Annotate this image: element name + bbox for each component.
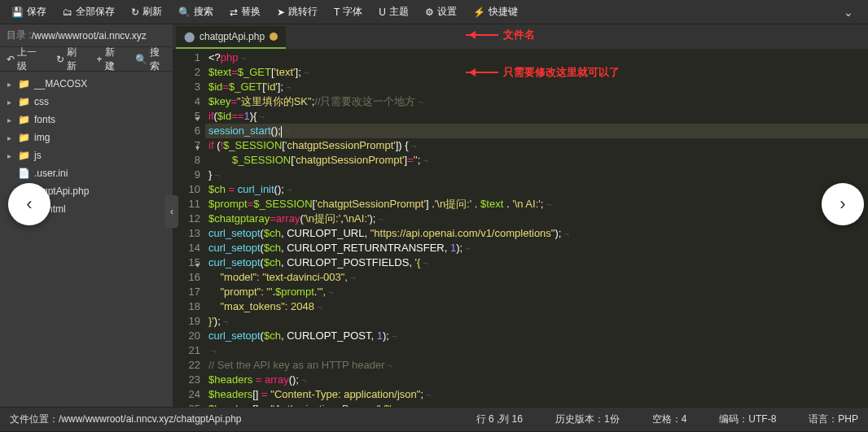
font-icon: T — [334, 7, 340, 18]
code-line[interactable]: session_start(); ¬ — [205, 124, 868, 138]
status-language[interactable]: 语言：PHP — [809, 412, 858, 426]
shortcut-button[interactable]: ⚡快捷键 — [465, 0, 526, 24]
save-all-label: 全部保存 — [76, 5, 115, 19]
fold-icon[interactable]: ▾ — [195, 258, 199, 273]
code-line[interactable]: ¬ — [205, 343, 868, 358]
tree-item-label: __MACOSX — [34, 78, 87, 89]
code-line[interactable]: "model": "text-davinci-003", ¬ — [205, 270, 868, 285]
fold-icon[interactable]: ▾ — [195, 111, 199, 126]
sidebar-search-button[interactable]: 🔍搜索 — [129, 47, 173, 72]
code-line[interactable]: $id=$_GET['id']; ¬ — [205, 80, 868, 94]
status-encoding[interactable]: 编码：UTF-8 — [719, 412, 776, 426]
goto-label: 跳转行 — [288, 5, 318, 19]
top-toolbar: 💾保存 🗂全部保存 ↻刷新 🔍搜索 ⇄替换 ➤跳转行 T字体 U主题 ⚙设置 ⚡… — [0, 0, 868, 24]
collapse-toolbar-button[interactable]: ⌄ — [832, 6, 865, 19]
modified-indicator-icon — [270, 33, 278, 41]
caret-icon: ▸ — [5, 98, 13, 107]
folder-icon: 📁 — [18, 150, 29, 161]
code-line[interactable]: "prompt": "'.$prompt.'", ¬ — [205, 285, 868, 299]
replace-icon: ⇄ — [230, 7, 238, 18]
status-cursor-pos[interactable]: 行 6 ,列 16 — [476, 412, 523, 426]
tree-item-label: .user.ini — [34, 168, 68, 179]
line-gutter: 1 2 3 4 5 6 7 8 9 10 11 12 13 14 15 16 1… — [173, 49, 205, 407]
sidebar-refresh-button[interactable]: ↻刷新 — [50, 47, 90, 72]
code-line[interactable]: ▾if (!$_SESSION['chatgptSessionPrompt'])… — [205, 138, 868, 153]
caret-icon: ▸ — [5, 116, 13, 124]
search-label: 搜索 — [194, 5, 213, 19]
code-line[interactable]: $ch = curl_init(); ¬ — [205, 182, 868, 197]
goto-button[interactable]: ➤跳转行 — [269, 0, 326, 24]
code-line[interactable]: // Set the API key as an HTTP header ¬ — [205, 358, 868, 373]
search-button[interactable]: 🔍搜索 — [170, 0, 221, 24]
refresh-button[interactable]: ↻刷新 — [123, 0, 170, 24]
new-label: 新建 — [105, 46, 122, 73]
breadcrumb-path[interactable]: /www/wwwroot/ai.nncv.xyz — [32, 30, 147, 41]
folder-item[interactable]: ▸📁css — [0, 93, 173, 111]
code-line[interactable]: ▾curl_setopt($ch, CURLOPT_POSTFIELDS, '{… — [205, 255, 868, 270]
sidebar-search-label: 搜索 — [150, 46, 166, 73]
caret-icon: ▸ — [5, 80, 13, 89]
shortcut-label: 快捷键 — [489, 5, 518, 19]
status-indent[interactable]: 空格：4 — [652, 412, 687, 426]
panel-toggle-button[interactable]: ‹ — [165, 195, 178, 228]
status-history[interactable]: 历史版本：1份 — [555, 412, 620, 426]
prev-image-button[interactable]: ‹ — [8, 183, 50, 225]
code-area[interactable]: 1 2 3 4 5 6 7 8 9 10 11 12 13 14 15 16 1… — [173, 49, 868, 407]
folder-item[interactable]: ▸📁img — [0, 129, 173, 146]
code-line[interactable]: $headers[] = "Authorization: Bearer ".$k… — [205, 402, 868, 407]
code-line[interactable]: $chatgptaray=array('\n提问:','\nAI:'); ¬ — [205, 212, 868, 226]
code-line[interactable]: $prompt=$_SESSION['chatgptSessionPrompt'… — [205, 197, 868, 212]
up-level-button[interactable]: ↶上一级 — [0, 47, 50, 72]
code-line[interactable]: $headers = array(); ¬ — [205, 373, 868, 387]
theme-label: 主题 — [389, 5, 409, 19]
code-line[interactable]: ▾if($id==1){ ¬ — [205, 109, 868, 124]
code-line[interactable]: $key="这里填你的SK";//只需要改这一个地方 ¬ — [205, 94, 868, 109]
status-bar: 文件位置：/www/wwwroot/ai.nncv.xyz/chatgptApi… — [0, 407, 868, 431]
theme-icon: U — [379, 7, 386, 18]
new-button[interactable]: +新建 — [90, 47, 129, 72]
tree-item-label: fonts — [34, 114, 55, 125]
code-content[interactable]: <?php ¬$text=$_GET['text']; ¬$id=$_GET['… — [205, 49, 868, 407]
code-line[interactable]: curl_setopt($ch, CURLOPT_POST, 1); ¬ — [205, 329, 868, 343]
save-all-icon: 🗂 — [63, 7, 72, 18]
save-icon: 💾 — [11, 7, 24, 18]
up-label: 上一级 — [17, 46, 43, 73]
replace-button[interactable]: ⇄替换 — [221, 0, 269, 24]
save-label: 保存 — [27, 5, 46, 19]
font-button[interactable]: T字体 — [326, 0, 370, 24]
tab-label: chatgptApi.php — [199, 31, 265, 42]
goto-icon: ➤ — [277, 7, 285, 18]
folder-item[interactable]: ▸📁__MACOSX — [0, 75, 173, 93]
code-line[interactable]: <?php ¬ — [205, 50, 868, 65]
code-line[interactable]: curl_setopt($ch, CURLOPT_URL, "https://a… — [205, 226, 868, 241]
file-item[interactable]: 📄.user.ini — [0, 164, 173, 182]
arrow-left-icon — [466, 72, 498, 73]
code-line[interactable]: } ¬ — [205, 168, 868, 182]
code-line[interactable]: "max_tokens": 2048 ¬ — [205, 299, 868, 314]
settings-button[interactable]: ⚙设置 — [417, 0, 465, 24]
php-file-icon: ⬤ — [184, 31, 195, 42]
save-all-button[interactable]: 🗂全部保存 — [55, 0, 123, 24]
code-line[interactable]: }'); ¬ — [205, 314, 868, 329]
tab-chatgptapi[interactable]: ⬤ chatgptApi.php — [176, 26, 286, 49]
folder-item[interactable]: ▸📁fonts — [0, 111, 173, 129]
folder-item[interactable]: ▸📁js — [0, 146, 173, 164]
save-button[interactable]: 💾保存 — [3, 0, 55, 24]
code-line[interactable]: $_SESSION['chatgptSessionPrompt']=''; ¬ — [205, 153, 868, 168]
refresh-label: 刷新 — [142, 5, 162, 19]
plus-icon: + — [97, 54, 103, 65]
sidebar-refresh-label: 刷新 — [67, 46, 84, 73]
breadcrumb-label: 目录 : — [7, 28, 32, 42]
status-path-label: 文件位置： — [10, 413, 59, 425]
search-icon: 🔍 — [178, 7, 191, 18]
next-image-button[interactable]: › — [822, 183, 864, 225]
folder-icon: 📁 — [18, 96, 29, 107]
annotation-modify-here: 只需要修改这里就可以了 — [466, 65, 620, 80]
code-line[interactable]: curl_setopt($ch, CURLOPT_RETURNTRANSFER,… — [205, 241, 868, 255]
fold-icon[interactable]: ▾ — [195, 141, 199, 155]
theme-button[interactable]: U主题 — [370, 0, 417, 24]
code-line[interactable]: $headers[] = "Content-Type: application/… — [205, 387, 868, 402]
code-editor: ⬤ chatgptApi.php 文件名 只需要修改这里就可以了 1 2 3 4… — [173, 24, 868, 407]
annotation-filename-text: 文件名 — [503, 28, 535, 42]
folder-icon: 📁 — [18, 132, 29, 143]
